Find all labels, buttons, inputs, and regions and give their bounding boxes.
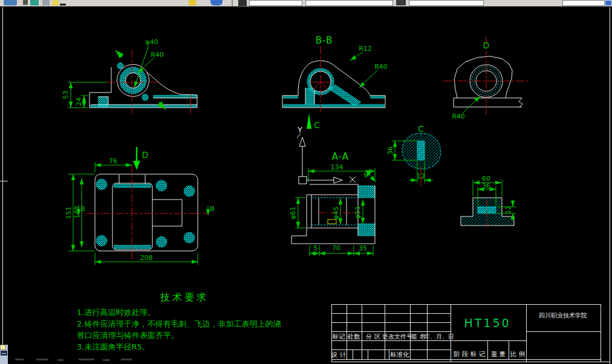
drawing-canvas[interactable]: φ40 R40 53 24 B-B R12 R40 <box>0 7 612 364</box>
dim-12-label: 12 <box>504 206 512 214</box>
view-d-title: D <box>483 41 490 50</box>
dim-151-label: 151 <box>65 207 73 219</box>
cad-application-window: φ40 R40 53 24 B-B R12 R40 <box>0 0 612 364</box>
dim-134-label: 134 <box>331 163 343 171</box>
ucs-y-label: Y <box>297 125 302 134</box>
col-header-chushu: 处数 <box>347 333 361 340</box>
dim-36-label: 36 <box>482 182 490 190</box>
commandline-remnant <box>15 359 24 360</box>
company-name: 四川职业技术学院 <box>539 312 587 319</box>
stage-mark-label: 阶 段 标 记 <box>454 350 486 357</box>
app-icon[interactable] <box>4 0 17 5</box>
dim-5-label: 5 <box>314 244 318 252</box>
lineweight-combo[interactable] <box>562 0 605 6</box>
view-front-elevation: φ40 R40 53 24 <box>62 38 197 114</box>
dim-r12-label: R12 <box>359 45 372 53</box>
grid-icon[interactable] <box>605 0 612 6</box>
row-design-label: 设 计 <box>331 351 347 358</box>
toolbar <box>0 0 612 7</box>
pen-icon[interactable] <box>238 0 247 6</box>
color-icon[interactable] <box>52 0 59 5</box>
row-standard-label: 标准化 <box>389 351 409 358</box>
view-d: D R40 <box>443 36 530 120</box>
layer-combo[interactable] <box>249 0 302 6</box>
window-bar[interactable] <box>1 351 7 356</box>
view-plan: D 76 151 148 208 B B <box>65 147 215 265</box>
document-icon[interactable] <box>0 345 6 350</box>
view-detail-c: C 36 12 <box>386 124 441 186</box>
view-section-bb: B-B R12 R40 <box>282 35 388 113</box>
toolbar-separator <box>232 0 233 6</box>
dim-phi61-label: φ61 <box>289 206 297 219</box>
dim-r40-label: R40 <box>452 112 465 120</box>
dim-phi45-label: φ45 <box>332 206 340 219</box>
plan-b-right-label: B <box>210 205 215 213</box>
zoom-icon[interactable] <box>189 0 196 5</box>
plan-b-left-label: B <box>80 205 85 213</box>
layer-icon[interactable] <box>42 0 50 5</box>
title-block: HT150 四川职业技术学院 标记 处数 分 区 更改文件号 签 名 年、月、日… <box>331 304 610 362</box>
c-arrow-label: C <box>314 120 320 130</box>
dim-53-label: 53 <box>62 91 70 99</box>
color-combo[interactable] <box>305 0 393 6</box>
detail-c-title: C <box>418 124 424 134</box>
view-section-aa: Y C A-A 134 43 φ61 φ45 φ5 <box>289 113 376 256</box>
plan-d-label: D <box>142 150 149 160</box>
dim-43-label: 43 <box>362 168 373 180</box>
dim-r40-label: R40 <box>374 63 388 71</box>
dim-phi40-label: φ40 <box>145 38 158 46</box>
linetype-combo[interactable] <box>409 0 484 6</box>
minimized-window-corner[interactable] <box>0 345 8 364</box>
tech-requirement-line: 2.铸件应清理干净，不得有毛刺、飞边，非加工表明上的浇 <box>77 319 281 328</box>
tech-requirements: 技术要求 1.进行高温时效处理。 2.铸件应清理干净，不得有毛刺、飞边，非加工表… <box>77 291 281 351</box>
dim-70-label: 70 <box>332 244 340 252</box>
dim-76-label: 76 <box>109 157 117 165</box>
tech-requirement-line: 冒口应清理与铸件表面齐平。 <box>77 331 179 340</box>
commandline-remnant <box>36 359 48 360</box>
commandline-remnant <box>79 359 94 360</box>
dim-35-label: 35 <box>359 244 367 252</box>
commandline-remnant <box>57 359 63 361</box>
dash-mark <box>4 353 6 354</box>
dash-mark <box>2 353 4 354</box>
dim-r40-label: R40 <box>151 51 164 59</box>
tech-requirements-title: 技术要求 <box>160 291 209 303</box>
dim-208-label: 208 <box>140 254 153 262</box>
dim-12-label: 12 <box>417 172 425 180</box>
linetype-icon[interactable] <box>396 0 406 5</box>
palette-icon[interactable] <box>23 0 28 5</box>
material-label: HT150 <box>464 316 510 330</box>
weight-label: 重 量 <box>491 350 506 357</box>
col-header-fenqu: 分 区 <box>366 333 381 340</box>
scale-label: 比 例 <box>510 350 525 357</box>
dim-148-label: 148 <box>73 206 81 219</box>
col-header-date: 年、月、日 <box>424 333 454 340</box>
dim-phi51-label: φ51 <box>354 206 362 218</box>
tech-requirement-line: 1.进行高温时效处理。 <box>77 308 155 317</box>
snap-icon[interactable] <box>30 0 39 5</box>
col-header-genggai: 更改文件号 <box>382 333 412 340</box>
underline-mark <box>60 4 66 5</box>
section-aa-title: A-A <box>332 151 349 162</box>
commandline-remnant <box>103 359 110 361</box>
section-bb-title: B-B <box>316 35 333 46</box>
col-header-biaoji: 标记 <box>332 333 346 340</box>
tech-requirement-line: 3.未注圆角半径R5。 <box>77 342 150 351</box>
commandline-remnant <box>121 359 132 360</box>
view-icon[interactable] <box>210 0 223 5</box>
view-detail-right: 60 36 12 <box>461 175 516 227</box>
dim-36-label: 36 <box>386 146 394 155</box>
dim-24-label: 24 <box>75 97 83 106</box>
